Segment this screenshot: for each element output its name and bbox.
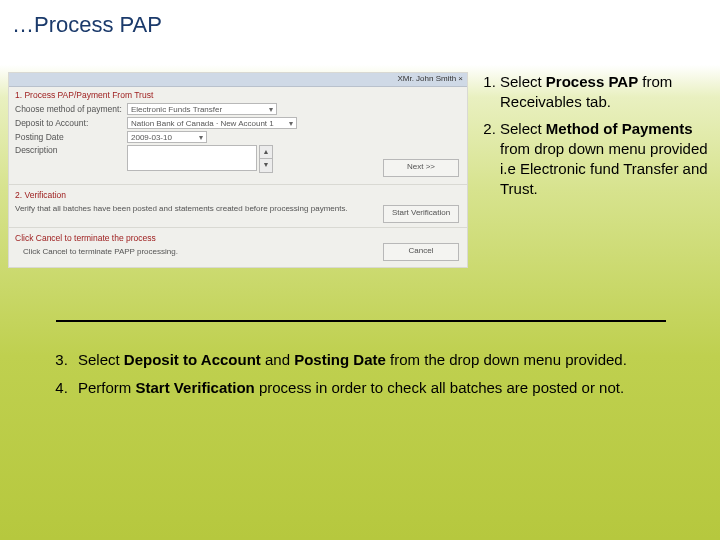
next-button[interactable]: Next >> (383, 159, 459, 177)
page-title: …Process PAP (12, 12, 162, 38)
posting-label: Posting Date (15, 132, 127, 142)
window-titlebar: XMr. John Smith × (9, 73, 467, 87)
method-label: Choose method of payment: (15, 104, 127, 114)
step-2: Select Method of Payments from drop down… (500, 119, 710, 200)
description-input[interactable] (127, 145, 257, 171)
step-1: Select Process PAP from Receivables tab. (500, 72, 710, 113)
description-label: Description (15, 145, 127, 155)
horizontal-divider (56, 320, 666, 322)
step-4: Perform Start Verification process in or… (72, 378, 678, 398)
step-3: Select Deposit to Account and Posting Da… (72, 350, 678, 370)
instructions-lower: Select Deposit to Account and Posting Da… (38, 350, 678, 407)
section-2-label: 2. Verification (9, 187, 467, 202)
section-1-label: 1. Process PAP/Payment From Trust (9, 87, 467, 102)
method-dropdown[interactable]: Electronic Funds Transfer (127, 103, 277, 115)
deposit-dropdown[interactable]: Nation Bank of Canada · New Account 1 (127, 117, 297, 129)
description-stepper[interactable] (259, 145, 273, 173)
posting-date-picker[interactable]: 2009-03-10 (127, 131, 207, 143)
instructions-right: Select Process PAP from Receivables tab.… (478, 72, 710, 206)
start-verification-button[interactable]: Start Verification (383, 205, 459, 223)
cancel-button[interactable]: Cancel (383, 243, 459, 261)
deposit-label: Deposit to Account: (15, 118, 127, 128)
app-window: XMr. John Smith × 1. Process PAP/Payment… (8, 72, 468, 268)
